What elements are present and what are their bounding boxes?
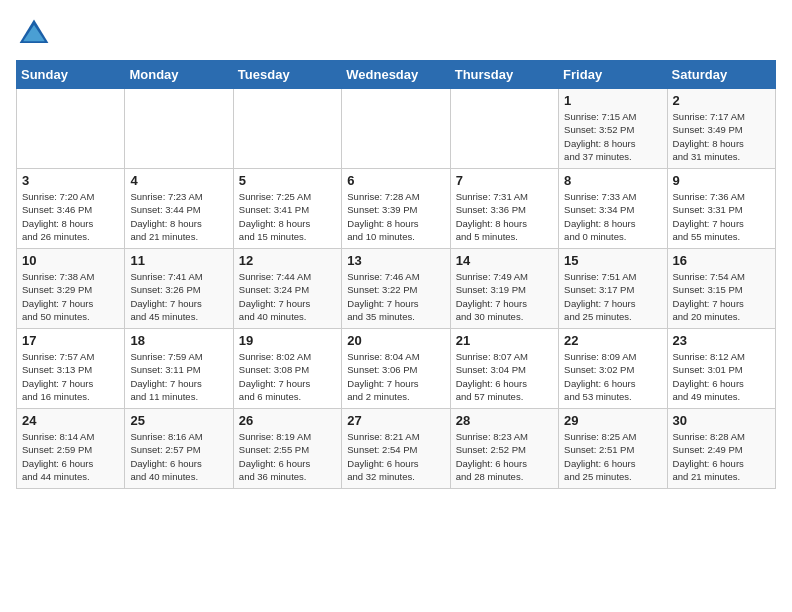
day-cell: 27Sunrise: 8:21 AM Sunset: 2:54 PM Dayli… <box>342 409 450 489</box>
day-detail: Sunrise: 8:21 AM Sunset: 2:54 PM Dayligh… <box>347 430 444 483</box>
day-detail: Sunrise: 8:23 AM Sunset: 2:52 PM Dayligh… <box>456 430 553 483</box>
header-row: SundayMondayTuesdayWednesdayThursdayFrid… <box>17 61 776 89</box>
day-detail: Sunrise: 8:14 AM Sunset: 2:59 PM Dayligh… <box>22 430 119 483</box>
day-detail: Sunrise: 7:54 AM Sunset: 3:15 PM Dayligh… <box>673 270 770 323</box>
day-cell: 11Sunrise: 7:41 AM Sunset: 3:26 PM Dayli… <box>125 249 233 329</box>
day-detail: Sunrise: 8:02 AM Sunset: 3:08 PM Dayligh… <box>239 350 336 403</box>
day-cell: 7Sunrise: 7:31 AM Sunset: 3:36 PM Daylig… <box>450 169 558 249</box>
day-detail: Sunrise: 7:25 AM Sunset: 3:41 PM Dayligh… <box>239 190 336 243</box>
day-cell: 8Sunrise: 7:33 AM Sunset: 3:34 PM Daylig… <box>559 169 667 249</box>
day-cell: 26Sunrise: 8:19 AM Sunset: 2:55 PM Dayli… <box>233 409 341 489</box>
header-cell-wednesday: Wednesday <box>342 61 450 89</box>
day-number: 1 <box>564 93 661 108</box>
day-cell: 13Sunrise: 7:46 AM Sunset: 3:22 PM Dayli… <box>342 249 450 329</box>
day-detail: Sunrise: 8:12 AM Sunset: 3:01 PM Dayligh… <box>673 350 770 403</box>
day-number: 16 <box>673 253 770 268</box>
day-number: 4 <box>130 173 227 188</box>
day-number: 17 <box>22 333 119 348</box>
header-cell-saturday: Saturday <box>667 61 775 89</box>
day-cell: 9Sunrise: 7:36 AM Sunset: 3:31 PM Daylig… <box>667 169 775 249</box>
day-cell <box>450 89 558 169</box>
day-number: 2 <box>673 93 770 108</box>
week-row-4: 17Sunrise: 7:57 AM Sunset: 3:13 PM Dayli… <box>17 329 776 409</box>
day-number: 13 <box>347 253 444 268</box>
day-cell: 2Sunrise: 7:17 AM Sunset: 3:49 PM Daylig… <box>667 89 775 169</box>
day-number: 9 <box>673 173 770 188</box>
logo <box>16 16 56 52</box>
day-cell: 29Sunrise: 8:25 AM Sunset: 2:51 PM Dayli… <box>559 409 667 489</box>
day-detail: Sunrise: 7:49 AM Sunset: 3:19 PM Dayligh… <box>456 270 553 323</box>
day-number: 26 <box>239 413 336 428</box>
day-number: 10 <box>22 253 119 268</box>
day-number: 19 <box>239 333 336 348</box>
day-detail: Sunrise: 8:28 AM Sunset: 2:49 PM Dayligh… <box>673 430 770 483</box>
day-number: 8 <box>564 173 661 188</box>
day-detail: Sunrise: 7:44 AM Sunset: 3:24 PM Dayligh… <box>239 270 336 323</box>
day-detail: Sunrise: 8:19 AM Sunset: 2:55 PM Dayligh… <box>239 430 336 483</box>
header-cell-monday: Monday <box>125 61 233 89</box>
day-number: 24 <box>22 413 119 428</box>
day-cell: 25Sunrise: 8:16 AM Sunset: 2:57 PM Dayli… <box>125 409 233 489</box>
day-detail: Sunrise: 7:15 AM Sunset: 3:52 PM Dayligh… <box>564 110 661 163</box>
day-detail: Sunrise: 8:04 AM Sunset: 3:06 PM Dayligh… <box>347 350 444 403</box>
logo-icon <box>16 16 52 52</box>
day-number: 7 <box>456 173 553 188</box>
header-cell-tuesday: Tuesday <box>233 61 341 89</box>
day-number: 22 <box>564 333 661 348</box>
page-header <box>16 16 776 52</box>
week-row-1: 1Sunrise: 7:15 AM Sunset: 3:52 PM Daylig… <box>17 89 776 169</box>
day-number: 28 <box>456 413 553 428</box>
day-cell: 21Sunrise: 8:07 AM Sunset: 3:04 PM Dayli… <box>450 329 558 409</box>
day-number: 6 <box>347 173 444 188</box>
day-cell: 19Sunrise: 8:02 AM Sunset: 3:08 PM Dayli… <box>233 329 341 409</box>
week-row-5: 24Sunrise: 8:14 AM Sunset: 2:59 PM Dayli… <box>17 409 776 489</box>
day-cell: 4Sunrise: 7:23 AM Sunset: 3:44 PM Daylig… <box>125 169 233 249</box>
day-cell: 14Sunrise: 7:49 AM Sunset: 3:19 PM Dayli… <box>450 249 558 329</box>
day-cell: 24Sunrise: 8:14 AM Sunset: 2:59 PM Dayli… <box>17 409 125 489</box>
day-detail: Sunrise: 7:28 AM Sunset: 3:39 PM Dayligh… <box>347 190 444 243</box>
week-row-2: 3Sunrise: 7:20 AM Sunset: 3:46 PM Daylig… <box>17 169 776 249</box>
day-number: 27 <box>347 413 444 428</box>
day-cell: 16Sunrise: 7:54 AM Sunset: 3:15 PM Dayli… <box>667 249 775 329</box>
calendar-table: SundayMondayTuesdayWednesdayThursdayFrid… <box>16 60 776 489</box>
day-cell <box>342 89 450 169</box>
header-cell-friday: Friday <box>559 61 667 89</box>
day-cell: 12Sunrise: 7:44 AM Sunset: 3:24 PM Dayli… <box>233 249 341 329</box>
day-number: 5 <box>239 173 336 188</box>
day-number: 29 <box>564 413 661 428</box>
day-cell: 10Sunrise: 7:38 AM Sunset: 3:29 PM Dayli… <box>17 249 125 329</box>
day-detail: Sunrise: 7:36 AM Sunset: 3:31 PM Dayligh… <box>673 190 770 243</box>
day-number: 25 <box>130 413 227 428</box>
day-cell: 30Sunrise: 8:28 AM Sunset: 2:49 PM Dayli… <box>667 409 775 489</box>
day-number: 15 <box>564 253 661 268</box>
day-cell: 6Sunrise: 7:28 AM Sunset: 3:39 PM Daylig… <box>342 169 450 249</box>
day-detail: Sunrise: 8:09 AM Sunset: 3:02 PM Dayligh… <box>564 350 661 403</box>
day-number: 30 <box>673 413 770 428</box>
day-detail: Sunrise: 7:33 AM Sunset: 3:34 PM Dayligh… <box>564 190 661 243</box>
day-number: 12 <box>239 253 336 268</box>
day-detail: Sunrise: 8:07 AM Sunset: 3:04 PM Dayligh… <box>456 350 553 403</box>
day-cell: 5Sunrise: 7:25 AM Sunset: 3:41 PM Daylig… <box>233 169 341 249</box>
day-detail: Sunrise: 7:46 AM Sunset: 3:22 PM Dayligh… <box>347 270 444 323</box>
header-cell-sunday: Sunday <box>17 61 125 89</box>
day-number: 14 <box>456 253 553 268</box>
day-cell: 1Sunrise: 7:15 AM Sunset: 3:52 PM Daylig… <box>559 89 667 169</box>
day-detail: Sunrise: 7:31 AM Sunset: 3:36 PM Dayligh… <box>456 190 553 243</box>
day-cell: 23Sunrise: 8:12 AM Sunset: 3:01 PM Dayli… <box>667 329 775 409</box>
day-cell <box>233 89 341 169</box>
day-detail: Sunrise: 7:41 AM Sunset: 3:26 PM Dayligh… <box>130 270 227 323</box>
day-cell: 22Sunrise: 8:09 AM Sunset: 3:02 PM Dayli… <box>559 329 667 409</box>
day-number: 3 <box>22 173 119 188</box>
day-cell: 20Sunrise: 8:04 AM Sunset: 3:06 PM Dayli… <box>342 329 450 409</box>
day-detail: Sunrise: 7:20 AM Sunset: 3:46 PM Dayligh… <box>22 190 119 243</box>
week-row-3: 10Sunrise: 7:38 AM Sunset: 3:29 PM Dayli… <box>17 249 776 329</box>
day-cell: 18Sunrise: 7:59 AM Sunset: 3:11 PM Dayli… <box>125 329 233 409</box>
day-detail: Sunrise: 7:51 AM Sunset: 3:17 PM Dayligh… <box>564 270 661 323</box>
day-number: 18 <box>130 333 227 348</box>
day-number: 21 <box>456 333 553 348</box>
day-detail: Sunrise: 7:57 AM Sunset: 3:13 PM Dayligh… <box>22 350 119 403</box>
day-number: 20 <box>347 333 444 348</box>
header-cell-thursday: Thursday <box>450 61 558 89</box>
day-detail: Sunrise: 7:59 AM Sunset: 3:11 PM Dayligh… <box>130 350 227 403</box>
day-detail: Sunrise: 7:17 AM Sunset: 3:49 PM Dayligh… <box>673 110 770 163</box>
